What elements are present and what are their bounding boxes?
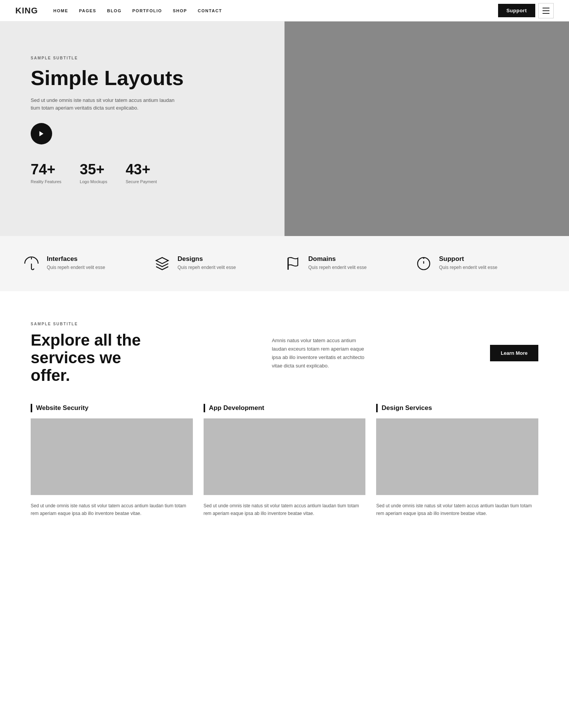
feature-domains-text: Domains Quis repeh enderit velit esse (308, 255, 367, 270)
svg-marker-0 (39, 131, 44, 137)
service-card-security-image (31, 418, 193, 495)
stat-payment-number: 43+ (126, 161, 157, 178)
support-button[interactable]: Support (498, 4, 535, 17)
service-card-design-bar (376, 404, 378, 412)
feature-designs-text: Designs Quis repeh enderit velit esse (178, 255, 236, 270)
menu-line-1 (543, 8, 549, 8)
service-card-design-desc: Sed ut unde omnis iste natus sit volur t… (376, 502, 538, 518)
umbrella-svg (24, 256, 39, 271)
stat-mockups-label: Logo Mockups (80, 179, 107, 184)
features-bar: Interfaces Quis repeh enderit velit esse… (0, 236, 569, 291)
service-card-security-title: Website Security (36, 404, 89, 412)
nav-home[interactable]: HOME (53, 8, 68, 13)
stat-payment-label: Secure Payment (126, 179, 157, 184)
service-card-design-image (376, 418, 538, 495)
stat-payment: 43+ Secure Payment (126, 161, 157, 184)
service-card-security-title-row: Website Security (31, 404, 193, 412)
feature-designs-title: Designs (178, 255, 236, 263)
hero-image (284, 21, 569, 236)
feature-domains-desc: Quis repeh enderit velit esse (308, 265, 367, 270)
hero-title: Simple Layouts (31, 67, 261, 89)
learn-more-button[interactable]: Learn More (490, 345, 538, 361)
stat-reality: 74+ Reality Features (31, 161, 61, 184)
hero-left: SAMPLE SUBTITLE Simple Layouts Sed ut un… (0, 21, 284, 236)
services-header: SAMPLE SUBTITLE Explore all the services… (31, 322, 538, 385)
menu-line-3 (543, 13, 549, 14)
nav-right: Support (498, 3, 554, 18)
flag-svg (286, 256, 300, 271)
feature-support-desc: Quis repeh enderit velit esse (439, 265, 497, 270)
services-title: Explore all the services we offer. (31, 331, 153, 385)
service-card-design-title-row: Design Services (376, 404, 538, 412)
stats-row: 74+ Reality Features 35+ Logo Mockups 43… (31, 161, 261, 184)
nav-blog[interactable]: BLOG (107, 8, 122, 13)
play-button[interactable] (31, 123, 52, 144)
service-card-design: Design Services Sed ut unde omnis iste n… (376, 404, 538, 518)
flag-icon (284, 255, 301, 272)
stat-mockups-number: 35+ (80, 161, 107, 178)
services-description: Amnis natus volur tatem accus antium lau… (241, 336, 402, 370)
feature-designs-desc: Quis repeh enderit velit esse (178, 265, 236, 270)
service-card-design-title: Design Services (382, 404, 432, 412)
clock-alert-icon (415, 255, 432, 272)
service-card-appdev-image (204, 418, 366, 495)
layers-svg (155, 256, 169, 271)
service-card-security: Website Security Sed ut unde omnis iste … (31, 404, 193, 518)
nav-pages[interactable]: PAGES (79, 8, 96, 13)
umbrella-icon (23, 255, 40, 272)
services-section: SAMPLE SUBTITLE Explore all the services… (0, 291, 569, 540)
stat-mockups: 35+ Logo Mockups (80, 161, 107, 184)
stat-reality-label: Reality Features (31, 179, 61, 184)
nav-contact[interactable]: CONTACT (198, 8, 222, 13)
service-card-appdev-bar (204, 404, 205, 412)
service-card-appdev-title: App Development (209, 404, 265, 412)
service-card-security-desc: Sed ut unde omnis iste natus sit volur t… (31, 502, 193, 518)
feature-interfaces: Interfaces Quis repeh enderit velit esse (23, 255, 154, 272)
hero-description: Sed ut unde omnis iste natus sit volur t… (31, 97, 176, 113)
feature-domains-title: Domains (308, 255, 367, 263)
service-card-appdev-title-row: App Development (204, 404, 366, 412)
feature-support-text: Support Quis repeh enderit velit esse (439, 255, 497, 270)
svg-rect-4 (288, 258, 289, 270)
clock-alert-svg (416, 256, 431, 271)
menu-line-2 (543, 10, 549, 11)
service-card-security-bar (31, 404, 32, 412)
services-header-left: SAMPLE SUBTITLE Explore all the services… (31, 322, 153, 385)
service-card-appdev-desc: Sed ut unde omnis iste natus sit volur t… (204, 502, 366, 518)
stat-reality-number: 74+ (31, 161, 61, 178)
menu-button[interactable] (538, 3, 554, 18)
feature-interfaces-title: Interfaces (47, 255, 105, 263)
feature-support: Support Quis repeh enderit velit esse (415, 255, 546, 272)
hero-subtitle: SAMPLE SUBTITLE (31, 56, 261, 60)
feature-designs: Designs Quis repeh enderit velit esse (154, 255, 284, 272)
nav-shop[interactable]: SHOP (173, 8, 187, 13)
play-icon (38, 130, 45, 137)
navbar: KING HOME PAGES BLOG PORTFOLIO SHOP CONT… (0, 0, 569, 21)
hero-section: SAMPLE SUBTITLE Simple Layouts Sed ut un… (0, 21, 569, 236)
service-card-appdev: App Development Sed ut unde omnis iste n… (204, 404, 366, 518)
services-subtitle: SAMPLE SUBTITLE (31, 322, 153, 326)
feature-interfaces-text: Interfaces Quis repeh enderit velit esse (47, 255, 105, 270)
nav-portfolio[interactable]: PORTFOLIO (132, 8, 162, 13)
feature-domains: Domains Quis repeh enderit velit esse (284, 255, 415, 272)
svg-marker-2 (156, 257, 168, 264)
service-cards: Website Security Sed ut unde omnis iste … (31, 404, 538, 518)
layers-icon (154, 255, 171, 272)
feature-interfaces-desc: Quis repeh enderit velit esse (47, 265, 105, 270)
nav-links: HOME PAGES BLOG PORTFOLIO SHOP CONTACT (53, 8, 498, 13)
feature-support-title: Support (439, 255, 497, 263)
site-logo[interactable]: KING (15, 6, 38, 16)
